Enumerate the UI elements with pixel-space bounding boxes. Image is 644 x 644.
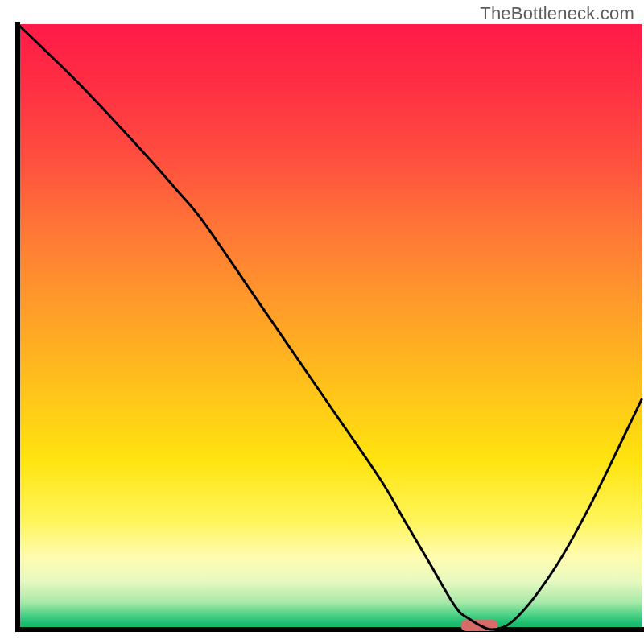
bottleneck-chart xyxy=(0,0,644,644)
plot-background xyxy=(18,24,642,630)
chart-container: TheBottleneck.com xyxy=(0,0,644,644)
watermark-text: TheBottleneck.com xyxy=(480,3,634,24)
